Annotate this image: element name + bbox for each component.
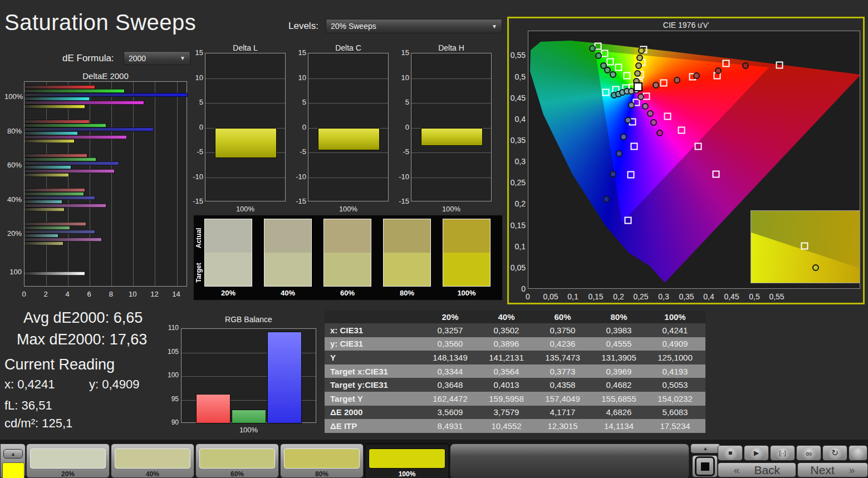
table-cell: 0,4013 <box>478 380 534 390</box>
target-color <box>205 253 252 286</box>
reading-cdm2: cd/m²: 125,1 <box>4 416 72 431</box>
blue-bar <box>267 332 302 423</box>
target-color <box>443 253 490 286</box>
levels-select[interactable]: 20% Sweeps ▼ <box>326 19 502 33</box>
x-tick-label: 6 <box>84 290 95 298</box>
actual-color <box>443 219 490 253</box>
table-cell: 148,1349 <box>422 353 478 362</box>
y-tick-label: -15 <box>189 197 203 205</box>
gridline <box>205 78 285 79</box>
next-button[interactable]: Next» <box>797 462 868 477</box>
deltae2000-chart: DeltaE 200002468101214100%80%60%40%20%10… <box>4 71 188 297</box>
sample-cluster: ▲ <box>0 443 26 478</box>
back-button[interactable]: «Back <box>718 462 796 477</box>
y-tick-label: 15 <box>292 48 306 57</box>
y-tick-label: 105 <box>166 348 179 356</box>
measured-point <box>647 110 654 117</box>
de-formula-select[interactable]: 2000 ▼ <box>124 51 190 65</box>
stop-measure-button[interactable] <box>692 455 718 477</box>
target-square <box>678 127 685 134</box>
transport-infinity-icon[interactable]: ∞ <box>796 445 821 461</box>
measured-point <box>616 150 622 157</box>
table-cell: 141,2131 <box>478 353 534 362</box>
green-bar <box>232 410 266 423</box>
gridline <box>133 82 134 286</box>
transport-marker-icon[interactable]: [··] <box>770 445 795 461</box>
measured-point <box>635 62 642 69</box>
target-square <box>713 171 720 178</box>
table-cell: 0,4358 <box>534 380 591 390</box>
y-tick-label: 110 <box>166 324 179 332</box>
table-cell: 0,3560 <box>422 339 478 348</box>
next-label: Next <box>811 464 835 477</box>
reading-x: x: 0,4241 <box>4 377 55 392</box>
x-tick-label: 0,55 <box>767 292 787 301</box>
patch-label: 60% <box>196 470 278 478</box>
comparison-level-label: 60% <box>323 289 371 297</box>
y-tick-label: 0,35 <box>509 136 526 145</box>
scroll-up-button[interactable]: ▲ <box>3 449 23 459</box>
transport-stop-icon[interactable]: ■ <box>718 445 743 461</box>
x-tick-label: 0,3 <box>654 292 674 301</box>
patch-button-100%[interactable]: 100% <box>365 443 449 478</box>
patch-button-80%[interactable]: 80% <box>280 443 364 478</box>
row-label: x: CIE31 <box>325 326 422 335</box>
levels-value: 20% Sweeps <box>331 22 376 31</box>
target-square <box>660 80 668 87</box>
measured-point <box>603 196 610 203</box>
row-label: Target y:CIE31 <box>325 380 422 390</box>
chevron-down-icon: ▼ <box>492 23 497 29</box>
refresh-icon: ↻ <box>828 446 842 460</box>
deltae-bar <box>24 200 62 204</box>
deltae-bar <box>24 188 85 192</box>
target-color <box>264 253 311 286</box>
target-square <box>601 50 609 57</box>
measured-point <box>674 77 680 83</box>
deltae-bar <box>24 230 95 234</box>
actual-label: Actual <box>195 221 203 255</box>
delta-h-chart: Delta H151050-5-10-15100% <box>395 43 507 214</box>
table-cell: 3,5609 <box>422 407 478 417</box>
gridline <box>68 82 68 286</box>
y-tick-label: -5 <box>189 147 203 156</box>
table-cell: 0,3969 <box>591 367 647 376</box>
current-sample-swatch <box>2 462 24 478</box>
x-tick-label: 12 <box>149 290 160 298</box>
stop-icon <box>695 456 715 476</box>
patch-button-40%[interactable]: 40% <box>111 443 194 478</box>
delta-plot <box>308 53 389 201</box>
x-tick-label: 100% <box>205 205 286 213</box>
empty-patch-strip <box>450 443 689 478</box>
target-square <box>664 113 671 120</box>
transport-blank-icon[interactable] <box>849 445 867 461</box>
x-tick-label: 10 <box>127 290 138 298</box>
measured-point <box>638 47 645 54</box>
y-tick-label: 10 <box>189 73 203 82</box>
x-tick-label: 4 <box>62 290 73 298</box>
gridline <box>308 78 388 79</box>
table-header-cell: 80% <box>591 312 647 322</box>
table-cell: 17,5234 <box>647 421 703 431</box>
transport-refresh-icon[interactable]: ↻ <box>822 445 847 461</box>
y-tick-label: 20% <box>4 229 22 238</box>
transport-play-icon[interactable]: ▶ <box>744 445 769 461</box>
table-cell: 0,5053 <box>647 380 703 390</box>
measured-point <box>637 93 644 100</box>
target-square <box>631 143 638 150</box>
y-tick-label: 5 <box>395 98 409 106</box>
cie-diagram-panel[interactable]: CIE 1976 u'v'00,050,10,150,20,250,30,350… <box>507 17 865 304</box>
row-label: ΔE ITP <box>325 421 422 431</box>
avg-de-text: Avg dE2000: 6,65 <box>23 309 143 327</box>
deltae-bar <box>24 234 58 238</box>
y-tick-label: 15 <box>189 48 203 57</box>
next-chevron-icon: » <box>849 464 855 476</box>
table-cell: 5,6083 <box>647 407 703 417</box>
nav-up-button[interactable]: ▲ <box>690 443 720 454</box>
target-square <box>615 64 622 71</box>
patch-color <box>199 449 275 469</box>
table-cell: 3,7579 <box>478 407 534 417</box>
x-tick-label: 100% <box>411 205 492 213</box>
deltae-bar <box>24 192 84 196</box>
patch-button-20%[interactable]: 20% <box>26 443 110 478</box>
patch-button-60%[interactable]: 60% <box>195 443 279 478</box>
